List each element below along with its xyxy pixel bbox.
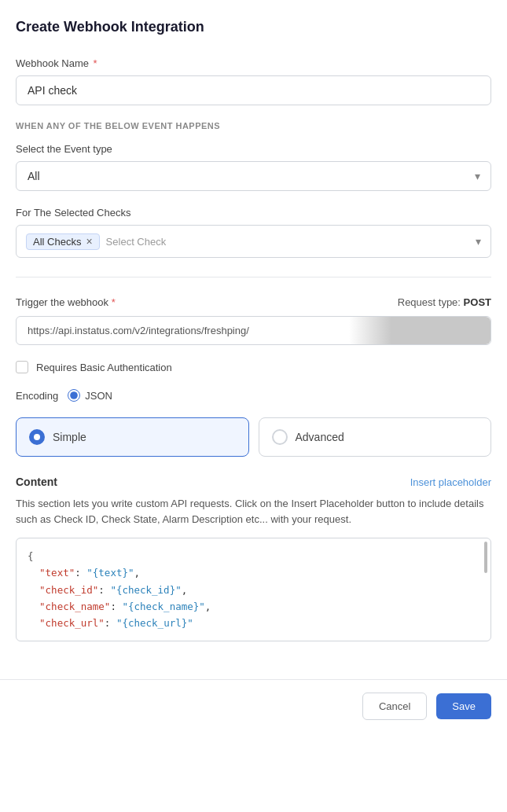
content-section: Content Insert placeholder This section … xyxy=(16,476,491,641)
encoding-json-radio[interactable] xyxy=(68,389,80,402)
trigger-group: Trigger the webhook * Request type: POST xyxy=(16,296,491,345)
simple-mode-button[interactable]: Simple xyxy=(16,417,249,457)
checks-selector[interactable]: All Checks × Select Check ▾ xyxy=(16,225,491,258)
content-description: This section lets you write custom API r… xyxy=(16,496,491,527)
advanced-mode-label: Advanced xyxy=(296,431,344,443)
request-type: Request type: POST xyxy=(398,296,491,308)
basic-auth-label: Requires Basic Authentication xyxy=(36,362,172,373)
event-section-subtitle: WHEN ANY OF THE BELOW EVENT HAPPENS xyxy=(16,121,491,130)
insert-placeholder-button[interactable]: Insert placeholder xyxy=(410,476,491,488)
scrollbar[interactable] xyxy=(484,542,487,573)
event-type-label: Select the Event type xyxy=(16,143,491,155)
encoding-row: Encoding JSON xyxy=(16,389,491,402)
encoding-radio-group: JSON xyxy=(68,389,112,402)
webhook-name-input[interactable] xyxy=(16,75,491,105)
webhook-name-group: Webhook Name * xyxy=(16,57,491,105)
trigger-label: Trigger the webhook * xyxy=(16,296,116,308)
webhook-name-label: Webhook Name * xyxy=(16,57,491,69)
bottom-bar: Cancel Save xyxy=(0,679,507,733)
encoding-json-label: JSON xyxy=(85,390,112,402)
encoding-label: Encoding xyxy=(16,390,58,402)
page-container: Create Webhook Integration Webhook Name … xyxy=(0,0,507,673)
content-title: Content xyxy=(16,476,57,488)
basic-auth-checkbox[interactable] xyxy=(16,361,28,373)
checks-group: For The Selected Checks All Checks × Sel… xyxy=(16,207,491,258)
checks-chevron-icon: ▾ xyxy=(476,235,481,248)
save-button[interactable]: Save xyxy=(436,693,491,719)
cancel-button[interactable]: Cancel xyxy=(362,693,427,720)
simple-mode-label: Simple xyxy=(53,431,86,443)
basic-auth-row: Requires Basic Authentication xyxy=(16,361,491,373)
section-divider xyxy=(16,277,491,277)
page-title: Create Webhook Integration xyxy=(16,19,491,35)
webhook-header: Trigger the webhook * Request type: POST xyxy=(16,296,491,308)
event-type-select[interactable]: All Up Down Degraded xyxy=(16,161,491,191)
all-checks-tag-close-icon[interactable]: × xyxy=(86,236,92,247)
all-checks-tag: All Checks × xyxy=(26,233,100,250)
event-type-wrapper: All Up Down Degraded ▾ xyxy=(16,161,491,191)
checks-label: For The Selected Checks xyxy=(16,207,491,219)
advanced-mode-radio-icon xyxy=(272,429,288,445)
event-section: WHEN ANY OF THE BELOW EVENT HAPPENS Sele… xyxy=(16,121,491,191)
url-input-wrapper xyxy=(16,316,491,345)
simple-mode-radio-icon xyxy=(29,429,45,445)
webhook-url-input[interactable] xyxy=(16,316,491,345)
content-header: Content Insert placeholder xyxy=(16,476,491,488)
mode-buttons: Simple Advanced xyxy=(16,417,491,457)
code-content: { "text": "{text}", "check_id": "{check_… xyxy=(28,548,479,631)
advanced-mode-button[interactable]: Advanced xyxy=(259,417,492,457)
code-editor[interactable]: { "text": "{text}", "check_id": "{check_… xyxy=(16,538,491,641)
select-check-placeholder: Select Check xyxy=(106,236,167,248)
